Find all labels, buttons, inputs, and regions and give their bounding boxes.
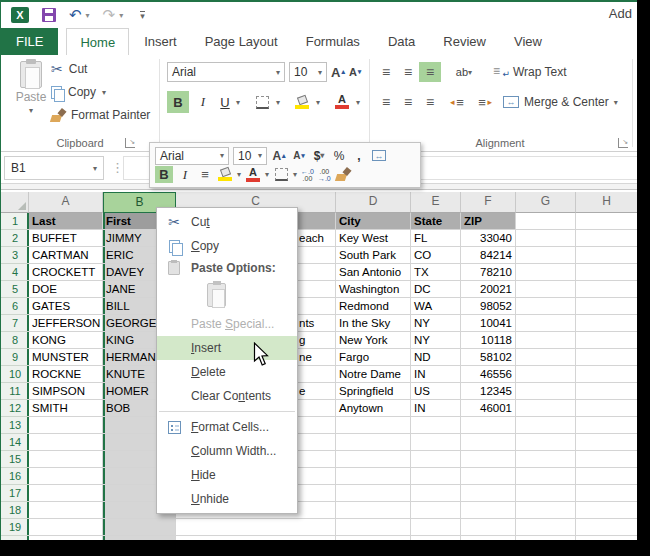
align-right-icon[interactable]: ≡ — [419, 92, 441, 112]
cell-H19[interactable] — [576, 519, 637, 536]
cell-F11[interactable]: 12345 — [461, 383, 516, 400]
cell-C20[interactable] — [176, 536, 336, 540]
column-header-D[interactable]: D — [336, 192, 411, 213]
menu-item-paste-option-keep-formatting[interactable] — [157, 278, 297, 312]
italic-button[interactable]: I — [192, 91, 214, 113]
cell-D17[interactable] — [336, 485, 411, 502]
column-header-G[interactable]: G — [516, 192, 576, 213]
cell-D8[interactable]: New York — [336, 332, 411, 349]
mini-borders-caret-icon[interactable]: ▾ — [293, 170, 297, 179]
cell-B20[interactable] — [103, 536, 176, 540]
cell-E8[interactable]: NY — [411, 332, 461, 349]
menu-item-delete[interactable]: Delete — [157, 360, 297, 384]
row-header-12[interactable]: 12 — [1, 400, 29, 417]
cell-E14[interactable] — [411, 434, 461, 451]
cell-A10[interactable]: ROCKNE — [29, 366, 103, 383]
cell-G11[interactable] — [516, 383, 576, 400]
menu-item-copy[interactable]: Copy — [157, 234, 297, 258]
clipboard-dialog-launcher-icon[interactable]: ↘ — [125, 138, 135, 148]
cell-E4[interactable]: TX — [411, 264, 461, 281]
column-header-F[interactable]: F — [461, 192, 516, 213]
row-header-16[interactable]: 16 — [1, 468, 29, 485]
cell-G9[interactable] — [516, 349, 576, 366]
mini-italic-button[interactable]: I — [177, 166, 193, 183]
cell-G15[interactable] — [516, 451, 576, 468]
mini-font-size-combo[interactable]: 10 ▾ — [233, 147, 267, 165]
cell-E16[interactable] — [411, 468, 461, 485]
undo-icon[interactable]: ↶ — [69, 8, 82, 22]
mini-bold-button[interactable]: B — [155, 166, 173, 183]
cell-A18[interactable] — [29, 502, 103, 519]
bold-button[interactable]: B — [167, 91, 189, 113]
cell-G6[interactable] — [516, 298, 576, 315]
cell-F9[interactable]: 58102 — [461, 349, 516, 366]
cell-H9[interactable] — [576, 349, 637, 366]
redo-icon[interactable]: ↷ — [103, 8, 116, 22]
cell-H20[interactable] — [576, 536, 637, 540]
row-header-2[interactable]: 2 — [1, 230, 29, 247]
cell-G5[interactable] — [516, 281, 576, 298]
cell-D3[interactable]: South Park — [336, 247, 411, 264]
cell-G16[interactable] — [516, 468, 576, 485]
row-header-9[interactable]: 9 — [1, 349, 29, 366]
cell-D20[interactable] — [336, 536, 411, 540]
cell-B19[interactable] — [103, 519, 176, 536]
tab-page-layout[interactable]: Page Layout — [192, 28, 291, 55]
mini-merge-center-icon[interactable]: ↔ — [371, 147, 387, 164]
cell-A1[interactable]: Last — [29, 213, 103, 230]
cell-F4[interactable]: 78210 — [461, 264, 516, 281]
cell-H16[interactable] — [576, 468, 637, 485]
menu-item-column-width[interactable]: Column Width... — [157, 439, 297, 463]
cell-F18[interactable] — [461, 502, 516, 519]
cell-A2[interactable]: BUFFET — [29, 230, 103, 247]
cell-D13[interactable] — [336, 417, 411, 434]
cell-C19[interactable] — [176, 519, 336, 536]
cell-G2[interactable] — [516, 230, 576, 247]
row-header-5[interactable]: 5 — [1, 281, 29, 298]
cell-D1[interactable]: City — [336, 213, 411, 230]
cell-E15[interactable] — [411, 451, 461, 468]
undo-caret-icon[interactable]: ▾ — [86, 11, 90, 20]
column-header-E[interactable]: E — [411, 192, 461, 213]
cell-H5[interactable] — [576, 281, 637, 298]
cell-D6[interactable]: Redmond — [336, 298, 411, 315]
tab-view[interactable]: View — [501, 28, 555, 55]
borders-button[interactable] — [251, 91, 273, 113]
cell-F14[interactable] — [461, 434, 516, 451]
cell-F6[interactable]: 98052 — [461, 298, 516, 315]
cell-D4[interactable]: San Antonio — [336, 264, 411, 281]
column-header-H[interactable]: H — [576, 192, 637, 213]
row-header-8[interactable]: 8 — [1, 332, 29, 349]
mini-format-painter-icon[interactable] — [335, 166, 351, 183]
cell-D11[interactable]: Springfield — [336, 383, 411, 400]
cell-F2[interactable]: 33040 — [461, 230, 516, 247]
cell-F12[interactable]: 46001 — [461, 400, 516, 417]
row-header-3[interactable]: 3 — [1, 247, 29, 264]
cell-A4[interactable]: CROCKETT — [29, 264, 103, 281]
menu-item-unhide[interactable]: Unhide — [157, 487, 297, 511]
mini-font-color-caret-icon[interactable]: ▾ — [265, 170, 269, 179]
cell-H14[interactable] — [576, 434, 637, 451]
mini-font-name-combo[interactable]: Arial ▾ — [155, 147, 229, 165]
mini-accounting-format-button[interactable]: $▾ — [311, 147, 327, 164]
font-name-combo[interactable]: Arial ▾ — [167, 62, 285, 82]
cell-E6[interactable]: WA — [411, 298, 461, 315]
tab-data[interactable]: Data — [375, 28, 428, 55]
tab-insert[interactable]: Insert — [131, 28, 190, 55]
mini-borders-button[interactable] — [273, 166, 289, 183]
mini-font-color-button[interactable]: A — [245, 166, 261, 183]
increase-indent-icon[interactable]: ▸≡ — [471, 92, 493, 112]
cell-E18[interactable] — [411, 502, 461, 519]
menu-item-clear-contents[interactable]: Clear Contents — [157, 384, 297, 408]
cell-E12[interactable]: IN — [411, 400, 461, 417]
cell-H12[interactable] — [576, 400, 637, 417]
cell-G12[interactable] — [516, 400, 576, 417]
cell-F15[interactable] — [461, 451, 516, 468]
cell-F13[interactable] — [461, 417, 516, 434]
column-header-A[interactable]: A — [29, 192, 103, 213]
cell-F1[interactable]: ZIP — [461, 213, 516, 230]
cell-G13[interactable] — [516, 417, 576, 434]
cell-F3[interactable]: 84214 — [461, 247, 516, 264]
row-header-13[interactable]: 13 — [1, 417, 29, 434]
cell-A15[interactable] — [29, 451, 103, 468]
